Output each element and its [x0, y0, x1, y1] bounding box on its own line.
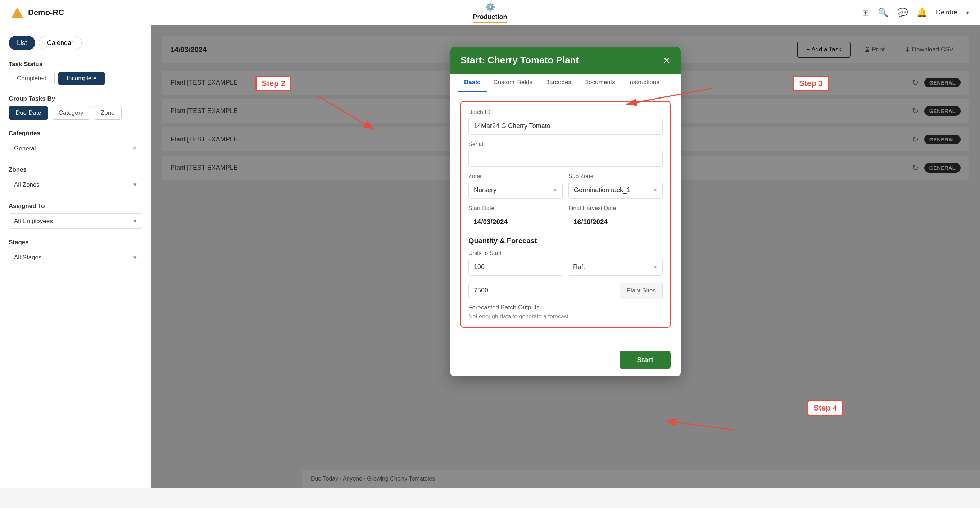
modal-overlay: Start: Cherry Tomato Plant ✕ Basic Custo…	[151, 25, 980, 488]
zone-label: Zone	[468, 173, 563, 180]
assigned-value: All Employees	[14, 218, 53, 225]
zones-chevron-icon: ▾	[134, 181, 137, 188]
stages-select[interactable]: All Stages ▾	[9, 250, 142, 265]
user-caret: ▾	[966, 9, 969, 16]
batch-id-input[interactable]	[468, 118, 663, 135]
start-date-value: 14/03/2024	[468, 214, 563, 230]
modal-body: Batch ID Serial Zone Nursery	[450, 92, 681, 344]
modal-header: Start: Cherry Tomato Plant ✕	[450, 47, 681, 74]
modal-footer: Start	[450, 344, 681, 376]
main-layout: List Calendar Task Status Completed Inco…	[0, 25, 980, 488]
group-tasks-filter: Group Tasks By Due Date Category Zone	[9, 96, 142, 120]
group-tasks-label: Group Tasks By	[9, 96, 142, 102]
tab-instructions[interactable]: Instructions	[622, 74, 666, 92]
forecast-text: Not enough data to generate a forecast	[468, 314, 663, 320]
assigned-filter: Assigned To All Employees ▾	[9, 202, 142, 229]
categories-select[interactable]: General ×	[9, 141, 142, 156]
qty-row: Raft ×	[468, 259, 663, 275]
zones-label: Zones	[9, 166, 142, 174]
serial-input[interactable]	[468, 150, 663, 167]
subzone-group: Sub Zone Germination rack_1 ×	[568, 173, 663, 199]
plant-sites-input[interactable]	[469, 282, 620, 299]
nav-right: ⊞ 🔍 💬 🔔 Deirdre ▾	[862, 8, 969, 18]
stages-value: All Stages	[14, 254, 42, 261]
modal: Start: Cherry Tomato Plant ✕ Basic Custo…	[450, 47, 681, 376]
unit-type-value: Raft	[573, 263, 585, 271]
harvest-date-label: Final Harvest Date	[568, 205, 663, 212]
categories-label: Categories	[9, 130, 142, 137]
batch-id-group: Batch ID	[468, 109, 663, 135]
zone-btn[interactable]: Zone	[94, 106, 122, 120]
due-date-btn[interactable]: Due Date	[9, 106, 48, 120]
zone-select[interactable]: Nursery ×	[468, 182, 563, 199]
unit-type-clear-icon[interactable]: ×	[653, 263, 657, 271]
serial-group: Serial	[468, 141, 663, 167]
nav-production-label: Production	[473, 13, 507, 21]
incomplete-btn[interactable]: Incomplete	[58, 72, 105, 85]
task-status-label: Task Status	[9, 61, 142, 68]
modal-close-btn[interactable]: ✕	[663, 56, 671, 65]
grid-icon[interactable]: ⊞	[862, 8, 869, 18]
units-group: Units to Start Raft ×	[468, 250, 663, 275]
dates-row: Start Date 14/03/2024 Final Harvest Date…	[468, 205, 663, 237]
zone-value: Nursery	[474, 186, 496, 194]
categories-value: General	[14, 145, 36, 152]
start-button[interactable]: Start	[619, 351, 671, 369]
subzone-value: Germination rack_1	[574, 186, 630, 194]
start-date-group: Start Date 14/03/2024	[468, 205, 563, 230]
zones-filter: Zones All Zones ▾	[9, 166, 142, 193]
subzone-label: Sub Zone	[568, 173, 663, 180]
tab-barcodes[interactable]: Barcodes	[539, 74, 578, 92]
stages-filter: Stages All Stages ▾	[9, 239, 142, 265]
plant-sites-row: Plant Sites	[468, 282, 663, 299]
zones-select[interactable]: All Zones ▾	[9, 177, 142, 193]
tab-custom-fields[interactable]: Custom Fields	[487, 74, 539, 92]
main-content: 14/03/2024 + Add a Task 🖨 Print ⬇ Downlo…	[151, 25, 980, 488]
zone-clear-icon[interactable]: ×	[553, 186, 557, 194]
assigned-label: Assigned To	[9, 202, 142, 210]
task-status-buttons: Completed Incomplete	[9, 72, 142, 85]
qty-section-title: Quantity & Forecast	[468, 237, 663, 245]
subzone-clear-icon[interactable]: ×	[653, 186, 657, 194]
search-icon[interactable]: 🔍	[878, 8, 889, 18]
units-input[interactable]	[468, 259, 563, 275]
list-toggle-btn[interactable]: List	[9, 36, 35, 50]
assigned-chevron-icon: ▾	[134, 217, 137, 225]
zone-group: Zone Nursery ×	[468, 173, 563, 199]
modal-title: Start: Cherry Tomato Plant	[460, 55, 579, 66]
categories-clear-icon[interactable]: ×	[133, 145, 137, 152]
nav-center: ⚙️ Production	[473, 3, 507, 23]
top-nav: Demo-RC ⚙️ Production ⊞ 🔍 💬 🔔 Deirdre ▾	[0, 0, 980, 25]
harvest-date-value: 16/10/2024	[568, 214, 663, 230]
sidebar: List Calendar Task Status Completed Inco…	[0, 25, 151, 488]
plant-sites-label: Plant Sites	[620, 283, 662, 299]
svg-marker-0	[11, 7, 23, 18]
units-label: Units to Start	[468, 250, 663, 256]
stages-chevron-icon: ▾	[134, 254, 137, 261]
calendar-toggle-btn[interactable]: Calendar	[39, 36, 82, 50]
logo-icon	[11, 6, 24, 19]
view-toggle: List Calendar	[9, 36, 142, 50]
serial-label: Serial	[468, 141, 663, 148]
assigned-select[interactable]: All Employees ▾	[9, 213, 142, 229]
zone-subzone-row: Zone Nursery × Sub Zone Germination rack…	[468, 173, 663, 205]
unit-type-select[interactable]: Raft ×	[568, 259, 663, 275]
nav-production[interactable]: ⚙️ Production	[473, 3, 507, 23]
tab-basic[interactable]: Basic	[458, 74, 487, 92]
tab-documents[interactable]: Documents	[578, 74, 622, 92]
subzone-select[interactable]: Germination rack_1 ×	[568, 182, 663, 199]
user-menu[interactable]: Deirdre	[936, 9, 957, 16]
forecast-label: Forecasted Batch Outputs	[468, 304, 663, 311]
modal-tabs: Basic Custom Fields Barcodes Documents I…	[450, 74, 681, 92]
chat-icon[interactable]: 💬	[897, 8, 908, 18]
form-section: Batch ID Serial Zone Nursery	[460, 101, 671, 328]
group-tasks-buttons: Due Date Category Zone	[9, 106, 142, 120]
categories-filter: Categories General ×	[9, 130, 142, 156]
category-btn[interactable]: Category	[52, 106, 90, 120]
batch-id-label: Batch ID	[468, 109, 663, 115]
harvest-date-group: Final Harvest Date 16/10/2024	[568, 205, 663, 230]
logo-area: Demo-RC	[11, 6, 64, 19]
completed-btn[interactable]: Completed	[9, 72, 55, 85]
stages-label: Stages	[9, 239, 142, 246]
bell-icon[interactable]: 🔔	[917, 8, 928, 18]
